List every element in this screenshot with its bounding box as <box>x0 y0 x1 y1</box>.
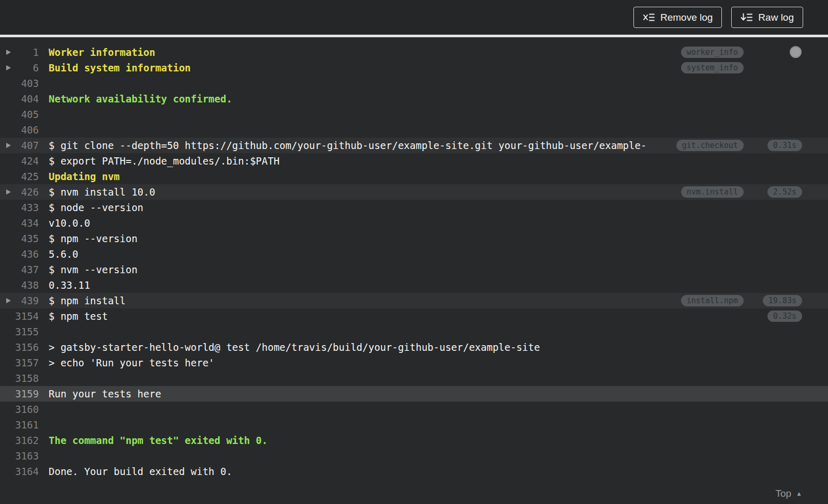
log-line: 439$ npm installinstall.npm19.83s <box>0 293 828 308</box>
line-number[interactable]: 3158 <box>0 370 39 386</box>
line-number[interactable]: 3163 <box>0 448 39 464</box>
log-tag-badge: nvm.install <box>681 186 744 198</box>
log-text: v10.0.0 <box>49 215 90 231</box>
log-text: Done. Your build exited with 0. <box>49 464 232 479</box>
duration-badge: 19.83s <box>763 295 802 306</box>
fold-toggle-icon[interactable] <box>6 143 11 148</box>
build-log-pane: 1Worker informationworker_info6Build sys… <box>0 37 828 504</box>
log-tag-badge: system_info <box>681 62 744 73</box>
line-number[interactable]: 433 <box>0 200 39 215</box>
log-line: 3157> echo 'Run your tests here' <box>0 355 828 370</box>
log-tag-badge: worker_info <box>681 47 744 58</box>
log-text: 0.33.11 <box>49 277 90 293</box>
log-tag-badge: git.checkout <box>676 140 744 151</box>
remove-log-icon <box>643 13 655 22</box>
line-number[interactable]: 435 <box>0 231 39 246</box>
log-text: The command "npm test" exited with 0. <box>49 433 268 448</box>
fold-toggle-icon[interactable] <box>6 65 11 70</box>
line-number[interactable]: 3155 <box>0 324 39 339</box>
line-number[interactable]: 425 <box>0 169 39 184</box>
log-text: $ npm install <box>49 293 126 308</box>
scroll-indicator-dot[interactable] <box>790 46 802 58</box>
log-text: Network availability confirmed. <box>49 91 232 107</box>
log-line: 433$ node --version <box>0 200 828 215</box>
line-number[interactable]: 3161 <box>0 417 39 433</box>
fold-toggle-icon[interactable] <box>6 298 11 303</box>
log-text: $ nvm install 10.0 <box>49 184 155 200</box>
remove-log-button[interactable]: Remove log <box>633 7 722 28</box>
log-line: 425Updating nvm <box>0 169 828 184</box>
log-line: 3162The command "npm test" exited with 0… <box>0 433 828 448</box>
line-number[interactable]: 3160 <box>0 402 39 417</box>
duration-badge: 2.52s <box>767 186 802 198</box>
line-number[interactable]: 424 <box>0 153 39 169</box>
log-line: 3154$ npm test0.32s <box>0 308 828 324</box>
line-number[interactable]: 405 <box>0 107 39 122</box>
log-line: 406 <box>0 122 828 138</box>
log-line: 4365.6.0 <box>0 246 828 262</box>
log-text: $ npm test <box>49 308 108 324</box>
log-line: 426$ nvm install 10.0nvm.install2.52s <box>0 184 828 200</box>
line-number[interactable]: 434 <box>0 215 39 231</box>
remove-log-label: Remove log <box>660 12 713 23</box>
log-line: 403 <box>0 76 828 91</box>
fold-toggle-icon[interactable] <box>6 50 11 55</box>
line-number[interactable]: 436 <box>0 246 39 262</box>
log-line: 424$ export PATH=./node_modules/.bin:$PA… <box>0 153 828 169</box>
log-text: $ nvm --version <box>49 262 138 277</box>
line-number[interactable]: 3156 <box>0 339 39 355</box>
log-line: 3155 <box>0 324 828 339</box>
line-number[interactable]: 3162 <box>0 433 39 448</box>
line-number[interactable]: 406 <box>0 122 39 138</box>
log-text: Build system information <box>49 60 191 76</box>
log-line: 3156> gatsby-starter-hello-world@ test /… <box>0 339 828 355</box>
log-text: > echo 'Run your tests here' <box>49 355 214 370</box>
log-text: > gatsby-starter-hello-world@ test /home… <box>49 339 540 355</box>
log-text: $ git clone --depth=50 https://github.co… <box>49 138 646 153</box>
log-tag-badge: install.npm <box>681 295 744 306</box>
raw-log-icon <box>741 13 752 22</box>
line-number[interactable]: 438 <box>0 277 39 293</box>
log-lines: 1Worker informationworker_info6Build sys… <box>0 45 828 479</box>
fold-toggle-icon[interactable] <box>6 189 11 195</box>
scroll-to-top-link[interactable]: Top ▲ <box>775 488 802 499</box>
log-line: 3160 <box>0 402 828 417</box>
line-number[interactable]: 403 <box>0 76 39 91</box>
log-line: 6Build system informationsystem_info <box>0 60 828 76</box>
duration-badge: 0.32s <box>767 310 802 322</box>
raw-log-button[interactable]: Raw log <box>731 7 803 28</box>
line-number[interactable]: 404 <box>0 91 39 107</box>
log-text: Worker information <box>49 45 155 60</box>
raw-log-label: Raw log <box>758 12 794 23</box>
log-toolbar: Remove log Raw log <box>0 0 828 35</box>
log-text: $ npm --version <box>49 231 138 246</box>
duration-badge: 0.31s <box>767 140 802 151</box>
log-line: 405 <box>0 107 828 122</box>
log-line: 1Worker informationworker_info <box>0 45 828 60</box>
log-line: 435$ npm --version <box>0 231 828 246</box>
line-number[interactable]: 3154 <box>0 308 39 324</box>
log-text: $ node --version <box>49 200 143 215</box>
log-line: 3163 <box>0 448 828 464</box>
line-number[interactable]: 3157 <box>0 355 39 370</box>
log-line: 3161 <box>0 417 828 433</box>
line-number[interactable]: 3164 <box>0 464 39 479</box>
chevron-up-icon: ▲ <box>796 491 802 497</box>
log-text: Updating nvm <box>49 169 120 184</box>
top-link-label: Top <box>775 488 791 499</box>
line-number[interactable]: 3159 <box>0 386 39 402</box>
log-line: 3158 <box>0 370 828 386</box>
log-line: 437$ nvm --version <box>0 262 828 277</box>
log-line: 407$ git clone --depth=50 https://github… <box>0 138 828 153</box>
log-text: 5.6.0 <box>49 246 78 262</box>
log-line: 4380.33.11 <box>0 277 828 293</box>
log-text: $ export PATH=./node_modules/.bin:$PATH <box>49 153 279 169</box>
log-line: 3164Done. Your build exited with 0. <box>0 464 828 479</box>
log-line: 3159Run your tests here <box>0 386 828 402</box>
log-text: Run your tests here <box>49 386 161 402</box>
log-line: 404Network availability confirmed. <box>0 91 828 107</box>
line-number[interactable]: 437 <box>0 262 39 277</box>
log-line: 434v10.0.0 <box>0 215 828 231</box>
